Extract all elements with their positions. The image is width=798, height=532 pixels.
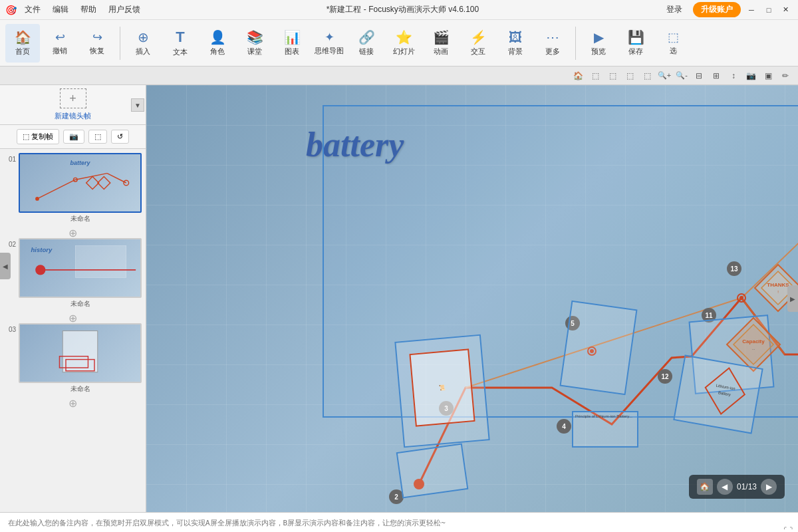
notes-expand-btn[interactable]: ⛶ (783, 526, 793, 533)
slide-thumb-2[interactable]: history (19, 238, 142, 298)
preview-prev-btn[interactable]: ◀ (717, 479, 733, 495)
save-icon: 💾 (628, 29, 644, 45)
new-frame-area[interactable]: + 新建镜头帧 (55, 88, 91, 121)
sub-frame4-btn[interactable]: ⬚ (640, 68, 654, 83)
menu-help[interactable]: 帮助 (75, 3, 102, 17)
svg-rect-6 (98, 177, 110, 190)
toolbar-save[interactable]: 💾 保存 (618, 24, 653, 63)
menu-feedback[interactable]: 用户反馈 (103, 3, 146, 17)
menu-file[interactable]: 文件 (19, 3, 46, 17)
sub-plus-btn[interactable]: ⊞ (709, 68, 724, 83)
badge-4: 4 (557, 419, 571, 434)
sub-zoom-out-btn[interactable]: 🔍- (674, 68, 689, 83)
interact-icon: ⚡ (470, 29, 487, 45)
toolbar-home[interactable]: 🏠 首页 (5, 24, 40, 63)
sub-zoom-in-btn[interactable]: 🔍+ (657, 68, 672, 83)
toolbar-insert[interactable]: ⊕ 插入 (126, 24, 160, 63)
frame-rotate-btn[interactable]: ↺ (111, 130, 129, 144)
badge-13: 13 (727, 261, 741, 276)
svg-rect-12 (63, 331, 98, 372)
toolbar-mindmap[interactable]: ✦ 思维导图 (312, 24, 346, 63)
toolbar-redo[interactable]: ↪ 恢复 (80, 24, 114, 63)
sub-home-btn[interactable]: 🏠 (571, 68, 585, 83)
slide-wrapper-1: 01 battery (4, 153, 142, 213)
slide-thumb-3[interactable] (19, 323, 142, 383)
toolbar-text-label: 文本 (173, 47, 188, 57)
home-icon: 🏠 (15, 29, 31, 45)
upgrade-button[interactable]: 升级账户 (693, 2, 741, 17)
sub-frame1-btn[interactable]: ⬚ (588, 68, 602, 83)
toolbar-separator-2 (575, 27, 576, 60)
sidebar-actions: ⬚ 复制帧 📷 ⬚ ↺ (0, 125, 146, 149)
toolbar-animate[interactable]: 🎬 动画 (424, 24, 458, 63)
sub-resize-btn[interactable]: ↕ (726, 68, 741, 83)
sidebar-scroll-btn[interactable]: ▼ (131, 98, 144, 112)
sub-minus-btn[interactable]: ⊟ (692, 68, 706, 83)
slide-thumb-1[interactable]: battery (19, 153, 142, 213)
svg-rect-9 (75, 246, 126, 278)
preview-next-btn[interactable]: ▶ (761, 479, 777, 495)
redo-icon: ↪ (92, 30, 102, 45)
content-box-5 (559, 301, 637, 396)
slide-container-3: 03 未命名 (4, 323, 142, 394)
toolbar-role-label: 角色 (210, 47, 225, 57)
titlebar-right: 登录 升级账户 ─ □ ✕ (660, 2, 793, 17)
sidebar-top: + 新建镜头帧 ▼ (0, 85, 146, 125)
menu-edit[interactable]: 编辑 (47, 3, 74, 17)
slide-name-2: 未命名 (70, 299, 90, 309)
slide-num-1: 01 (4, 156, 16, 163)
toolbar-undo-label: 撤销 (53, 46, 67, 56)
close-button[interactable]: ✕ (779, 3, 793, 17)
toolbar-home-label: 首页 (15, 47, 30, 57)
sub-edit-btn[interactable]: ✏ (778, 68, 793, 83)
toolbar-bg-label: 背景 (508, 47, 523, 57)
slide-add-btn-3[interactable]: ⊕ (63, 398, 83, 408)
toolbar-text[interactable]: T 文本 (163, 24, 198, 63)
toolbar-more[interactable]: ⋯ 更多 (535, 24, 570, 63)
toolbar-preview[interactable]: ▶ 预览 (581, 24, 616, 63)
bg-icon: 🖼 (509, 30, 522, 45)
plus-icon: + (69, 92, 76, 106)
login-button[interactable]: 登录 (660, 3, 689, 17)
select-icon: ⬚ (668, 30, 679, 45)
slide-add-btn-2[interactable]: ⊕ (63, 313, 83, 323)
toolbar-select[interactable]: ⬚ 选 (656, 24, 690, 63)
toolbar-link[interactable]: 🔗 链接 (349, 24, 384, 63)
slide-add-btn-1[interactable]: ⊕ (63, 227, 83, 238)
preview-home-btn[interactable]: 🏠 (697, 479, 713, 495)
sub-frame3-btn[interactable]: ⬚ (622, 68, 637, 83)
toolbar-interact[interactable]: ⚡ 交互 (461, 24, 495, 63)
toolbar-bg[interactable]: 🖼 背景 (498, 24, 533, 63)
toolbar-interact-label: 交互 (471, 47, 485, 57)
toolbar-lesson[interactable]: 📚 课堂 (237, 24, 272, 63)
canvas-area[interactable]: battery (146, 85, 798, 512)
sub-frame2-btn[interactable]: ⬚ (605, 68, 620, 83)
collapse-sidebar-btn[interactable]: ◀ (0, 253, 11, 279)
expand-right-btn[interactable]: ▶ (787, 285, 798, 312)
frame-resize-btn[interactable]: ⬚ (88, 130, 107, 144)
content-text-left: 📜 (436, 382, 448, 394)
screenshot-btn[interactable]: 📷 (63, 130, 84, 144)
copy-frame-btn[interactable]: ⬚ 复制帧 (17, 129, 59, 144)
sub-camera-btn[interactable]: 📷 (743, 68, 758, 83)
toolbar-undo[interactable]: ↩ 撤销 (43, 24, 77, 63)
preview-bar: 🏠 ◀ 01/13 ▶ (689, 475, 785, 499)
titlebar-left: 🎯 文件 编辑 帮助 用户反馈 (5, 3, 146, 17)
slide-num-3: 03 (4, 326, 16, 333)
notes-input[interactable] (5, 515, 778, 532)
toolbar-role[interactable]: 👤 角色 (200, 24, 235, 63)
svg-line-2 (107, 174, 126, 183)
toolbar-slideshow[interactable]: ⭐ 幻灯片 (386, 24, 421, 63)
collapse-icon: ◀ (3, 263, 8, 270)
minimize-button[interactable]: ─ (745, 3, 758, 17)
screenshot-icon: 📷 (69, 132, 78, 141)
maximize-button[interactable]: □ (762, 3, 775, 17)
toolbar-chart[interactable]: 📊 图表 (275, 24, 309, 63)
copy-frame-label: 复制帧 (31, 132, 53, 142)
toolbar-lesson-label: 课堂 (247, 47, 262, 57)
sub-grid-btn[interactable]: ▣ (761, 68, 775, 83)
toolbar-link-label: 链接 (359, 47, 374, 57)
slide-name-1: 未命名 (70, 214, 90, 223)
role-icon: 👤 (209, 29, 226, 45)
bottom-area: ⛶ 路径 1/13 总时长: 1:0 📝 备注 👆 点名 ⛶ (0, 512, 798, 532)
